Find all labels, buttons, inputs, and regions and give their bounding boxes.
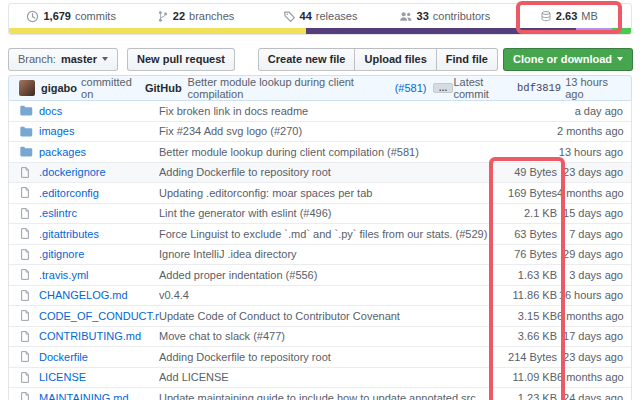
commit-message-link[interactable]: Better module lookup during client compi… [188, 76, 392, 100]
repo-toolbar: Branch: master New pull request Create n… [8, 47, 633, 71]
file-commit-message-link[interactable]: Added proper indentation (#556) [159, 269, 493, 281]
file-name-link[interactable]: .travis.yml [39, 269, 159, 281]
clone-or-download-button[interactable]: Clone or download [503, 48, 633, 71]
table-row: MAINTAINING.md Update maintaining guide … [9, 388, 631, 400]
avatar[interactable] [19, 80, 35, 96]
file-commit-message-link[interactable]: Updating .editorconfig: moar spaces per … [159, 187, 493, 199]
branch-select-button[interactable]: Branch: master [8, 48, 118, 71]
file-name-link[interactable]: .gitignore [39, 248, 159, 260]
commits-count: 1,679 [43, 10, 71, 22]
file-commit-message-link[interactable]: Force Linguist to exclude `.md` and `.py… [159, 228, 493, 240]
table-row: docs Fix broken link in docs readme a da… [9, 101, 631, 122]
file-date: 6 months ago [557, 310, 631, 322]
file-commit-message-link[interactable]: Move chat to slack (#477) [159, 330, 493, 342]
language-segment-yellow [9, 28, 306, 34]
file-size: 214 Bytes [493, 351, 557, 363]
contributors-label: contributors [433, 10, 490, 22]
file-commit-message-link[interactable]: Fix #234 Add svg logo (#270) [159, 125, 493, 137]
file-date: 23 days ago [557, 166, 631, 178]
stat-repo-size[interactable]: 2.63 MB [507, 4, 631, 28]
file-name-link[interactable]: .editorconfig [39, 187, 159, 199]
file-size: 2.1 KB [493, 207, 557, 219]
stat-branches[interactable]: 22 branches [133, 4, 257, 28]
file-name-link[interactable]: CONTRIBUTING.md [39, 330, 159, 342]
file-commit-message-link[interactable]: Update Code of Conduct to Contributor Co… [159, 310, 493, 322]
file-size: 1.23 KB [493, 392, 557, 400]
file-name-link[interactable]: docs [39, 105, 159, 117]
file-name-link[interactable]: packages [39, 146, 159, 158]
commits-label: commits [75, 10, 116, 22]
branches-count: 22 [173, 10, 185, 22]
file-size: 169 Bytes [493, 187, 557, 199]
branch-value: master [61, 53, 97, 65]
chevron-down-icon [102, 57, 108, 61]
file-commit-message-link[interactable]: Adding Dockerfile to repository root [159, 351, 493, 363]
folder-icon [19, 145, 39, 158]
releases-label: releases [316, 10, 358, 22]
table-row: CONTRIBUTING.md Move chat to slack (#477… [9, 327, 631, 348]
file-commit-message-link[interactable]: Ignore IntelliJ .idea directory [159, 248, 493, 260]
file-name-link[interactable]: .eslintrc [39, 207, 159, 219]
file-commit-message-link[interactable]: Add LICENSE [159, 371, 493, 383]
table-row: .dockerignore Adding Dockerfile to repos… [9, 163, 631, 184]
file-date: 3 days ago [557, 269, 631, 281]
stat-contributors[interactable]: 33 contributors [382, 4, 506, 28]
file-icon [19, 350, 39, 363]
file-commit-message-link[interactable]: Update maintaining guide to include how … [159, 392, 493, 400]
file-commit-message-link[interactable]: Adding Dockerfile to repository root [159, 166, 493, 178]
create-new-file-button[interactable]: Create new file [258, 48, 356, 71]
repo-size-unit: MB [581, 10, 598, 22]
file-date: 15 days ago [557, 207, 631, 219]
language-segment-dark-purple [306, 28, 576, 34]
file-icon [19, 248, 39, 261]
contributors-count: 33 [417, 10, 429, 22]
new-pull-request-button[interactable]: New pull request [127, 48, 235, 71]
file-name-link[interactable]: .dockerignore [39, 166, 159, 178]
file-date: a day ago [557, 105, 631, 117]
table-row: images Fix #234 Add svg logo (#270) 2 mo… [9, 122, 631, 143]
history-icon [26, 10, 39, 23]
commit-author-link[interactable]: gigabo [41, 82, 77, 94]
file-icon [19, 186, 39, 199]
file-name-link[interactable]: .gitattributes [39, 228, 159, 240]
file-name-link[interactable]: images [39, 125, 159, 137]
file-name-link[interactable]: CODE_OF_CONDUCT.md [39, 310, 159, 322]
chevron-down-icon [617, 57, 623, 61]
file-commit-message-link[interactable]: v0.4.4 [159, 289, 493, 301]
repo-stats-row: 1,679 commits 22 branches 44 releases 33… [9, 4, 631, 28]
commit-sha-link[interactable]: bdf3819 [517, 82, 561, 94]
find-file-button[interactable]: Find file [436, 48, 498, 71]
file-size: 11.86 KB [493, 289, 557, 301]
file-commit-message-link[interactable]: Fix broken link in docs readme [159, 105, 493, 117]
clone-label: Clone or download [513, 53, 612, 65]
file-date: 16 hours ago [557, 289, 631, 301]
stat-releases[interactable]: 44 releases [258, 4, 382, 28]
file-date: 23 days ago [557, 351, 631, 363]
file-name-link[interactable]: CHANGELOG.md [39, 289, 159, 301]
file-size: 63 Bytes [493, 228, 557, 240]
file-icon [19, 289, 39, 302]
file-name-link[interactable]: MAINTAINING.md [39, 392, 159, 400]
language-bar[interactable] [9, 28, 631, 34]
stat-commits[interactable]: 1,679 commits [9, 4, 133, 28]
language-segment-green [612, 28, 631, 34]
table-row: .travis.yml Added proper indentation (#5… [9, 265, 631, 286]
latest-commit-bar: gigabo committed on GitHub Better module… [8, 75, 632, 101]
upload-files-button[interactable]: Upload files [354, 48, 436, 71]
file-name-link[interactable]: LICENSE [39, 371, 159, 383]
file-name-link[interactable]: Dockerfile [39, 351, 159, 363]
table-row: CODE_OF_CONDUCT.md Update Code of Conduc… [9, 306, 631, 327]
folder-icon [19, 125, 39, 138]
file-date: 4 months ago [557, 187, 631, 199]
file-icon [19, 391, 39, 400]
file-commit-message-link[interactable]: Lint the generator with eslint (#496) [159, 207, 493, 219]
language-segment-light-purple [576, 28, 612, 34]
file-icon [19, 227, 39, 240]
commit-issue-link[interactable]: (#581) [395, 82, 427, 94]
commit-description-toggle[interactable]: … [433, 83, 453, 93]
repo-stats-box: 1,679 commits 22 branches 44 releases 33… [8, 3, 632, 35]
file-table: docs Fix broken link in docs readme a da… [8, 101, 632, 400]
file-commit-message-link[interactable]: Better module lookup during client compi… [159, 146, 493, 158]
folder-icon [19, 104, 39, 117]
file-date: 17 days ago [557, 330, 631, 342]
